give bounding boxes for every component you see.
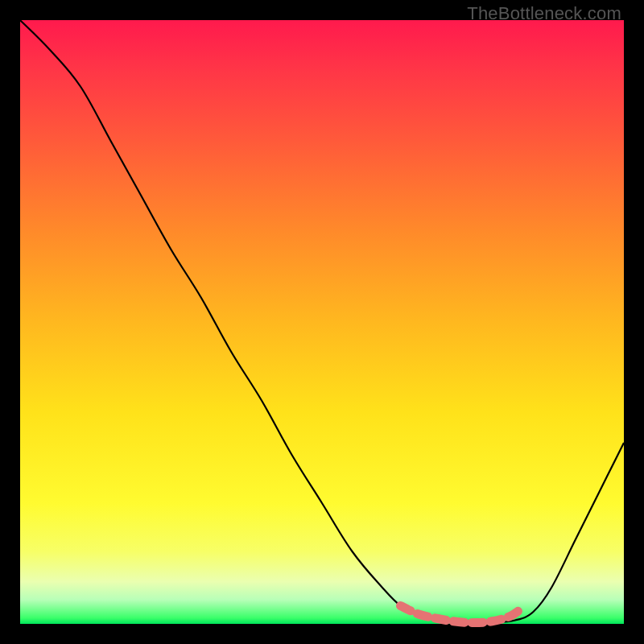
chart-svg bbox=[20, 20, 624, 624]
bottleneck-curve-path bbox=[20, 20, 624, 623]
optimal-band-path bbox=[401, 606, 522, 623]
